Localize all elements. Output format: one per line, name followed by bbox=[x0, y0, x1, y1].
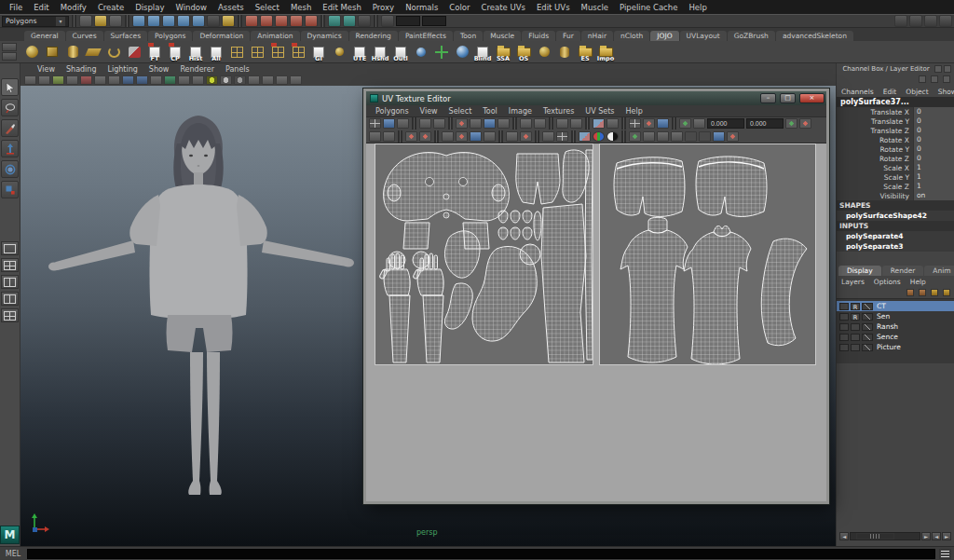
shelf-collapse-control[interactable] bbox=[2, 43, 17, 61]
poly-sphere-icon[interactable] bbox=[22, 42, 41, 61]
channel-row[interactable]: Rotate Z0 bbox=[837, 154, 954, 163]
shelf-tab-dynamics[interactable]: Dynamics bbox=[301, 31, 348, 41]
channel-row[interactable]: Rotate Y0 bbox=[837, 144, 954, 154]
align-u-max-icon[interactable] bbox=[534, 118, 546, 129]
snap-to-curve-icon[interactable] bbox=[260, 15, 273, 27]
shelf-tab-gozbrush[interactable]: GoZBrush bbox=[728, 31, 775, 41]
menu-proxy[interactable]: Proxy bbox=[367, 3, 400, 12]
rgb-channels-icon[interactable] bbox=[593, 131, 605, 142]
menu-pipeline-cache[interactable]: Pipeline Cache bbox=[614, 3, 683, 12]
alpha-channel-icon[interactable] bbox=[606, 131, 619, 142]
channel-value[interactable]: 0 bbox=[913, 126, 954, 135]
refresh-uv-values-icon[interactable] bbox=[785, 118, 797, 129]
layer-menu-layers[interactable]: Layers bbox=[837, 278, 869, 286]
show-tool-settings-icon[interactable] bbox=[909, 15, 922, 27]
shelf-tab-ncloth[interactable]: nCloth bbox=[614, 31, 649, 41]
shelf-tab-nhair[interactable]: nHair bbox=[581, 31, 613, 41]
cut-uv-edges-icon[interactable] bbox=[268, 42, 287, 61]
rotate-tool-button[interactable] bbox=[1, 160, 19, 178]
scroll-right-icon[interactable]: ► bbox=[921, 532, 931, 540]
layer-display-type-toggle[interactable]: R bbox=[851, 313, 860, 321]
channel-row[interactable]: Rotate X0 bbox=[837, 135, 954, 144]
coordinate-input-field-2[interactable] bbox=[422, 16, 446, 26]
layer-row[interactable]: Sence bbox=[837, 332, 954, 342]
paint-select-tool-button[interactable] bbox=[1, 119, 19, 137]
channel-slider-mode-icon[interactable] bbox=[919, 75, 926, 83]
sew-uv-edges-icon[interactable] bbox=[405, 131, 417, 142]
maximize-button[interactable]: □ bbox=[780, 93, 796, 103]
layer-color-swatch[interactable] bbox=[862, 334, 873, 341]
layer-visibility-toggle[interactable] bbox=[839, 303, 849, 310]
move-and-sew-icon[interactable] bbox=[419, 131, 431, 142]
reset-uv-values-icon[interactable] bbox=[799, 118, 811, 129]
shelf-item-all[interactable]: All bbox=[207, 42, 225, 61]
gold-sphere-icon[interactable] bbox=[535, 42, 553, 61]
new-layer-from-selected-icon[interactable] bbox=[943, 289, 950, 296]
uv-shell-sleeve-band[interactable] bbox=[761, 239, 807, 346]
shelf-tab-deformation[interactable]: Deformation bbox=[193, 31, 250, 41]
menu-muscle[interactable]: Muscle bbox=[576, 3, 614, 12]
channel-value[interactable]: 0 bbox=[913, 144, 954, 154]
scrollbar-thumb[interactable] bbox=[856, 533, 894, 540]
uv-menu-textures[interactable]: Textures bbox=[538, 107, 579, 116]
viewport-toolbar-icon[interactable] bbox=[220, 75, 232, 85]
shelf-tab-fluids[interactable]: Fluids bbox=[522, 31, 555, 41]
v-coordinate-field[interactable] bbox=[746, 118, 784, 129]
channel-box-menu-show[interactable]: Show bbox=[934, 88, 954, 96]
layer-color-swatch[interactable] bbox=[862, 323, 873, 331]
channel-value[interactable]: on bbox=[913, 191, 954, 200]
scrollbar-track[interactable] bbox=[850, 532, 920, 540]
move-layer-down-icon[interactable] bbox=[919, 289, 926, 296]
render-icon[interactable] bbox=[343, 15, 356, 27]
move-uv-icon[interactable] bbox=[419, 118, 431, 129]
shelf-tab-surfaces[interactable]: Surfaces bbox=[104, 31, 147, 41]
layer-visibility-toggle[interactable] bbox=[839, 334, 849, 341]
uv-snapshot-icon[interactable] bbox=[227, 42, 246, 61]
uv-texture-borders-icon[interactable] bbox=[679, 118, 691, 129]
shelf-tab-polygons[interactable]: Polygons bbox=[148, 31, 192, 41]
paste-u-icon[interactable] bbox=[685, 131, 697, 142]
layer-tab-anim[interactable]: Anim bbox=[924, 266, 954, 276]
menu-help[interactable]: Help bbox=[683, 3, 712, 12]
image-dim-icon[interactable] bbox=[606, 118, 619, 129]
layer-menu-help[interactable]: Help bbox=[906, 278, 931, 286]
uv-lattice-tool-icon[interactable] bbox=[369, 131, 381, 142]
viewport-menu-shading[interactable]: Shading bbox=[61, 65, 102, 74]
viewport-toolbar-icon[interactable] bbox=[38, 75, 50, 85]
sidebar-toggle-icon[interactable] bbox=[939, 15, 952, 27]
pane-right-icon[interactable]: ► bbox=[942, 532, 951, 540]
layer-display-type-toggle[interactable] bbox=[851, 334, 860, 341]
poly-helix-icon[interactable] bbox=[104, 42, 123, 61]
panel-dock-icon[interactable] bbox=[934, 65, 942, 73]
uv-shell-foot-sole[interactable] bbox=[563, 150, 589, 202]
uv-menu-tool[interactable]: Tool bbox=[477, 107, 503, 116]
move-uv-shell-icon[interactable] bbox=[433, 118, 445, 129]
gold-stack-icon[interactable] bbox=[555, 42, 574, 61]
viewport-toolbar-icon[interactable] bbox=[290, 75, 302, 85]
blinn-sphere-icon[interactable] bbox=[453, 42, 471, 61]
scroll-left-icon[interactable]: ◄ bbox=[839, 532, 849, 540]
align-v-max-icon[interactable] bbox=[456, 131, 468, 142]
uv-set-editor-icon[interactable] bbox=[643, 131, 655, 142]
shelf-tab-animation[interactable]: Animation bbox=[251, 31, 299, 41]
move-tool-button[interactable] bbox=[1, 140, 19, 157]
uv-menu-view[interactable]: View bbox=[415, 107, 443, 116]
channel-row[interactable]: Translate Z0 bbox=[837, 126, 954, 135]
viewport-toolbar-icon[interactable] bbox=[178, 75, 190, 85]
display-image-icon[interactable] bbox=[593, 118, 605, 129]
uv-texture-editor-window[interactable]: UV Texture Editor – □ × Polygons View Se… bbox=[363, 89, 829, 504]
sculpt-tool-icon[interactable] bbox=[125, 42, 143, 61]
viewport-menu-panels[interactable]: Panels bbox=[220, 65, 255, 74]
layout-two-pane-button[interactable] bbox=[1, 275, 19, 289]
uv-shell-ear[interactable] bbox=[388, 184, 401, 201]
snap-to-plane-icon[interactable] bbox=[290, 15, 303, 27]
layout-persp-outliner-button[interactable] bbox=[1, 292, 19, 306]
minimize-button[interactable]: – bbox=[760, 93, 776, 103]
channel-row[interactable]: Scale Z1 bbox=[837, 182, 954, 191]
menu-normals[interactable]: Normals bbox=[400, 3, 443, 12]
layer-row[interactable]: Picture bbox=[837, 342, 954, 352]
viewport-toolbar-icon[interactable] bbox=[94, 75, 106, 85]
snap-to-point-icon[interactable] bbox=[275, 15, 288, 27]
viewport-toolbar-icon[interactable] bbox=[262, 75, 274, 85]
u-coordinate-field[interactable] bbox=[707, 118, 744, 129]
